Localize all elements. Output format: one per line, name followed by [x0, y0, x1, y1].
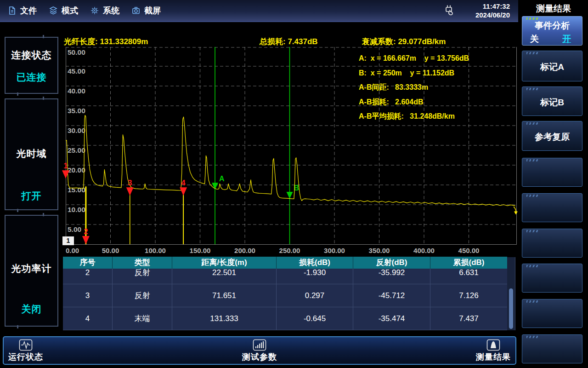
table-header-cell: 反射(dB): [353, 257, 430, 269]
event-marker[interactable]: [62, 170, 69, 178]
otdr-module-panel[interactable]: 光时域 打开: [5, 98, 58, 210]
y-tick-label: 35.00: [68, 107, 85, 115]
plug-icon: [442, 4, 456, 19]
trace-number-badge: 1: [62, 236, 74, 245]
event-number: 4: [181, 178, 186, 187]
table-cell: 3: [63, 284, 113, 307]
table-cell: 71.651: [172, 284, 277, 307]
camera-icon: [131, 6, 141, 15]
button-corner-slashes: [526, 265, 539, 267]
x-tick-label: 300.00: [324, 247, 345, 254]
nav-run-status[interactable]: 运行状态: [8, 339, 43, 362]
event-marker[interactable]: [126, 187, 134, 196]
nav-label: 测量结果: [476, 351, 511, 362]
panel-tick: [43, 213, 44, 216]
otdr-plot[interactable]: 50.0045.0040.0035.0030.0025.0020.0015.00…: [66, 47, 517, 245]
menu-item-label: 文件: [20, 5, 37, 16]
x-tick-label: 50.00: [102, 247, 119, 254]
button-corner-slashes: [526, 300, 539, 303]
nav-measure-results[interactable]: 测量结果: [476, 339, 511, 362]
menu-item-label: 模式: [62, 5, 78, 16]
file-icon: [7, 6, 17, 15]
menu-item-system[interactable]: 系统: [90, 5, 119, 16]
event-analysis-label: 事件分析: [522, 20, 582, 32]
marker-a-label: 标记A: [522, 61, 582, 73]
plot-frame: [66, 47, 517, 245]
toggle-off-label[interactable]: 关: [530, 33, 539, 45]
empty-softkey-button[interactable]: [522, 264, 582, 293]
panel-tick: [17, 209, 18, 212]
bottom-nav-bar: 运行状态 测试参数 测量结果: [3, 336, 516, 365]
event-marker[interactable]: [82, 236, 90, 244]
menu-item-file[interactable]: 文件: [7, 5, 37, 16]
panel-tick: [17, 325, 18, 328]
panel-tick: [43, 97, 44, 100]
total-loss-readout: 总损耗: 7.437dB: [260, 36, 318, 47]
marker-b-label: 标记B: [522, 97, 582, 109]
table-scrollbar[interactable]: [507, 257, 515, 330]
y-tick-label: 15.00: [68, 186, 85, 194]
event-analysis-toggle[interactable]: 事件分析 关 开: [522, 16, 582, 46]
power-meter-panel[interactable]: 光功率计 关闭: [5, 215, 58, 327]
marker-a-button[interactable]: 标记A: [522, 51, 582, 81]
y-tick-label: 25.00: [68, 146, 85, 154]
event-marker[interactable]: [180, 187, 187, 196]
table-row[interactable]: 3反射71.6510.297-45.7127.126: [63, 284, 507, 307]
table-cell: 末端: [113, 307, 172, 330]
layers-icon: [49, 6, 58, 15]
table-scrollbar-thumb[interactable]: [509, 288, 513, 329]
menu: 文件 模式 系统 截屏: [0, 0, 518, 21]
nav-test-params[interactable]: 测试参数: [242, 339, 277, 362]
x-tick-label: 450.00: [458, 247, 480, 254]
y-tick-label: 50.00: [68, 48, 85, 56]
table-cell: 7.126: [430, 284, 507, 307]
x-tick-label: 250.00: [279, 247, 300, 254]
top-menu-bar: 文件 模式 系统 截屏: [0, 0, 518, 22]
x-tick-label: 400.00: [413, 247, 435, 254]
empty-softkey-button[interactable]: [522, 158, 582, 187]
button-corner-slashes: [526, 195, 539, 197]
x-tick-label: 100.00: [145, 247, 166, 254]
connection-status-panel[interactable]: 连接状态 已连接: [5, 37, 58, 94]
peak-icon: [486, 339, 500, 351]
bars-icon: [253, 339, 266, 351]
events-table[interactable]: 2反射22.501-1.930-35.9926.6313反射71.6510.29…: [63, 269, 507, 330]
fiber-length-readout: 光纤长度: 131.332809m: [64, 36, 148, 47]
table-cell: -35.992: [353, 269, 430, 284]
table-cell: 131.333: [172, 307, 277, 330]
attenuation-readout: 衰减系数: 29.077dB/km: [362, 36, 446, 47]
menu-item-mode[interactable]: 模式: [49, 5, 78, 16]
nav-label: 测试参数: [242, 351, 277, 362]
table-cell: 4: [63, 307, 113, 330]
panel-title: 光时域: [6, 147, 57, 160]
y-tick-label: 20.00: [68, 166, 85, 174]
reference-restore-button[interactable]: 参考复原: [522, 121, 582, 151]
table-cell: 22.501: [172, 269, 277, 284]
button-corner-slashes: [526, 52, 539, 54]
button-corner-slashes: [526, 230, 539, 232]
nav-label: 运行状态: [8, 351, 43, 362]
table-header-cell: 损耗(dB): [277, 257, 353, 269]
y-tick-label: 30.00: [68, 126, 85, 134]
event-number: 1: [63, 161, 68, 170]
empty-softkey-button[interactable]: [522, 229, 582, 258]
empty-softkey-button[interactable]: [522, 334, 582, 363]
x-tick-label: 200.00: [234, 247, 255, 254]
table-row[interactable]: 2反射22.501-1.930-35.9926.631: [63, 269, 507, 284]
marker-b-button[interactable]: 标记B: [522, 86, 582, 116]
empty-softkey-button[interactable]: [522, 193, 582, 222]
table-row[interactable]: 4末端131.333-0.645-35.4747.437: [63, 307, 507, 330]
date: 2024/06/20: [475, 11, 510, 19]
empty-softkey-button[interactable]: [522, 299, 582, 328]
waveform-icon: [19, 339, 33, 351]
toggle-on-label[interactable]: 开: [562, 33, 571, 45]
x-tick-label: 150.00: [190, 247, 211, 254]
cursor-b-marker[interactable]: [287, 192, 293, 199]
table-header-cell: 序号: [63, 257, 113, 269]
table-cell: -1.930: [277, 269, 353, 284]
events-table-header: 序号类型距离/长度(m)损耗(dB)反射(dB)累损(dB): [63, 257, 507, 269]
menu-item-screenshot[interactable]: 截屏: [131, 5, 161, 16]
y-tick-label: 45.00: [68, 67, 85, 75]
table-cell: 0.297: [277, 284, 353, 307]
event-number: 3: [128, 178, 132, 187]
